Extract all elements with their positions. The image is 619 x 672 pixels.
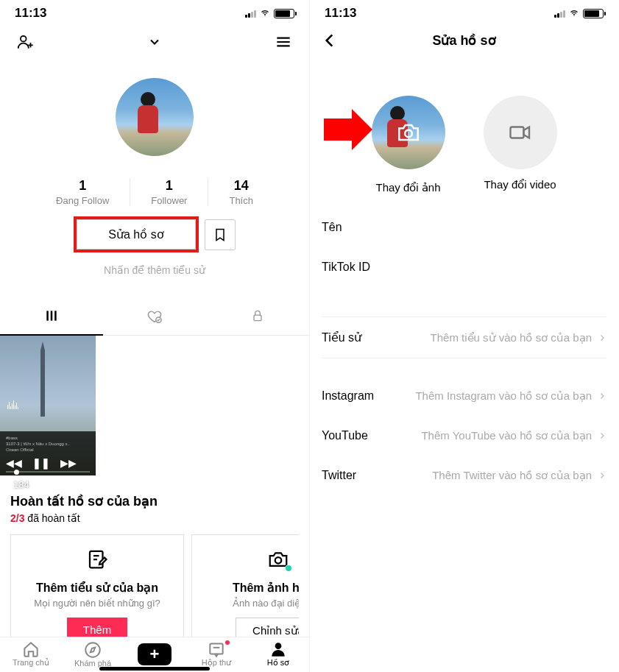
- bookmark-button[interactable]: [205, 219, 236, 250]
- row-instagram[interactable]: Instagram Thêm Instagram vào hồ sơ của b…: [310, 376, 618, 416]
- stat-followers-label: Follower: [151, 195, 187, 206]
- stat-followers[interactable]: 1 Follower: [130, 178, 208, 206]
- wifi-icon: [568, 9, 580, 18]
- change-photo-label: Thay đổi ảnh: [372, 181, 445, 194]
- create-button[interactable]: +: [138, 643, 171, 665]
- card-bio-title: Thêm tiểu sử của bạn: [18, 581, 176, 595]
- signal-icon: [554, 9, 565, 18]
- edit-highlight-annotation: Sửa hồ sơ: [74, 216, 198, 252]
- row-tiktok-id[interactable]: TikTok ID: [310, 247, 618, 287]
- stat-likes-label: Thích: [229, 195, 253, 206]
- chevron-right-icon: [598, 431, 606, 440]
- edit-profile-button[interactable]: Sửa hồ sơ: [77, 219, 195, 250]
- add-friend-icon[interactable]: [15, 31, 37, 53]
- profile-screen: 11:13 1: [0, 0, 309, 672]
- profile-top-nav: [0, 24, 309, 60]
- change-photo-button[interactable]: Thay đổi ảnh: [372, 96, 445, 194]
- svg-point-1: [21, 36, 26, 42]
- status-bar: 11:13: [0, 0, 309, 24]
- change-video-button[interactable]: Thay đổi video: [484, 96, 557, 194]
- next-icon: ▶▶: [60, 457, 77, 469]
- pause-icon: ❚❚: [32, 457, 50, 469]
- card-bio-sub: Mọi người nên biết những gì?: [18, 598, 176, 609]
- nav-create[interactable]: +: [124, 643, 185, 665]
- menu-icon[interactable]: [272, 31, 294, 53]
- camera-overlay-icon: [396, 120, 421, 145]
- svg-rect-14: [510, 127, 523, 138]
- bio-hint[interactable]: Nhấn để thêm tiểu sử: [0, 264, 309, 276]
- change-video-label: Thay đổi video: [484, 178, 557, 191]
- row-twitter[interactable]: Twitter Thêm Twitter vào hồ sơ của bạn: [310, 456, 618, 495]
- row-instagram-value: Thêm Instagram vào hồ sơ của bạn: [415, 389, 606, 403]
- inbox-icon: [185, 640, 247, 658]
- stat-likes-count: 14: [229, 178, 253, 194]
- tab-liked[interactable]: [103, 301, 206, 335]
- complete-title: Hoàn tất hồ sơ của bạn: [10, 493, 299, 509]
- chevron-right-icon: [598, 392, 606, 400]
- change-photo-circle: [372, 96, 445, 169]
- nav-discover[interactable]: Khám phá: [62, 641, 124, 668]
- nav-profile[interactable]: Hồ sơ: [247, 640, 309, 668]
- plus-icon: +: [150, 645, 160, 664]
- complete-subtitle: 2/3 đã hoàn tất: [10, 512, 299, 524]
- chevron-right-icon: [598, 333, 606, 342]
- svg-rect-2: [46, 311, 49, 320]
- video-meta-text: #bass3107-3 | W/n x Nâu x Duongg x..Ocea…: [6, 436, 90, 453]
- svg-rect-10: [210, 643, 222, 654]
- profile-stats: 1 Đang Follow 1 Follower 14 Thích: [0, 178, 309, 206]
- stat-following-count: 1: [56, 178, 109, 194]
- nav-home[interactable]: Trang chủ: [0, 640, 62, 668]
- edit-header: Sửa hồ sơ: [310, 24, 618, 57]
- row-twitter-value: Thêm Twitter vào hồ sơ của bạn: [432, 469, 606, 482]
- video-icon: [507, 119, 534, 146]
- svg-point-12: [574, 15, 575, 16]
- status-time-right: 11:13: [325, 6, 356, 21]
- compass-icon: [62, 641, 124, 659]
- svg-point-9: [85, 643, 100, 657]
- profile-avatar-wrap: [0, 78, 309, 156]
- camera-icon: [267, 548, 289, 570]
- svg-point-11: [275, 643, 282, 649]
- prev-icon: ◀◀: [6, 457, 22, 469]
- video-views: 184: [3, 479, 29, 490]
- home-indicator: [99, 667, 210, 671]
- arrow-annotation: [322, 107, 374, 152]
- wifi-icon: [259, 9, 271, 18]
- profile-avatar[interactable]: [116, 78, 194, 156]
- nav-inbox[interactable]: Hộp thư: [185, 640, 247, 668]
- edit-profile-screen: 11:13 Sửa hồ sơ Thay đổi ảnh: [309, 0, 618, 672]
- row-bio-value: Thêm tiểu sử vào hồ sơ của bạn: [431, 331, 606, 344]
- stat-likes[interactable]: 14 Thích: [229, 178, 253, 206]
- svg-point-13: [405, 130, 412, 138]
- tab-private[interactable]: [206, 301, 309, 335]
- account-switch-chevron-icon[interactable]: [144, 31, 166, 53]
- row-youtube-value: Thêm YouTube vào hồ sơ của bạn: [421, 429, 606, 442]
- card-photo-title: Thêm ảnh hồ sơ: [199, 581, 299, 595]
- battery-icon: [583, 9, 604, 18]
- row-name[interactable]: Tên: [310, 208, 618, 247]
- video-thumbnail[interactable]: #bass3107-3 | W/n x Nâu x Duongg x..Ocea…: [0, 336, 96, 475]
- svg-point-0: [265, 15, 266, 16]
- status-icons: [245, 9, 294, 18]
- chevron-right-icon: [598, 471, 606, 480]
- home-icon: [0, 640, 62, 658]
- stat-following-label: Đang Follow: [56, 195, 109, 206]
- row-bio[interactable]: Tiểu sử Thêm tiểu sử vào hồ sơ của bạn: [310, 317, 618, 358]
- video-player-overlay: #bass3107-3 | W/n x Nâu x Duongg x..Ocea…: [0, 431, 96, 475]
- back-button[interactable]: [320, 31, 339, 50]
- check-dot-icon: [285, 565, 292, 572]
- person-icon: [247, 640, 309, 658]
- card-photo-sub: Ảnh nào đại diện cho: [199, 598, 299, 609]
- svg-point-8: [275, 557, 282, 564]
- battery-icon: [274, 9, 294, 18]
- complete-profile-section: Hoàn tất hồ sơ của bạn 2/3 đã hoàn tất T…: [0, 493, 309, 655]
- row-youtube[interactable]: YouTube Thêm YouTube vào hồ sơ của bạn: [310, 416, 618, 456]
- svg-rect-3: [51, 311, 53, 320]
- stat-following[interactable]: 1 Đang Follow: [56, 178, 109, 206]
- status-bar-right: 11:13: [310, 0, 618, 24]
- edit-row: Sửa hồ sơ: [0, 216, 309, 252]
- status-time: 11:13: [15, 6, 46, 21]
- svg-rect-6: [254, 315, 261, 321]
- tab-grid[interactable]: [0, 301, 103, 336]
- change-video-circle: [484, 96, 557, 169]
